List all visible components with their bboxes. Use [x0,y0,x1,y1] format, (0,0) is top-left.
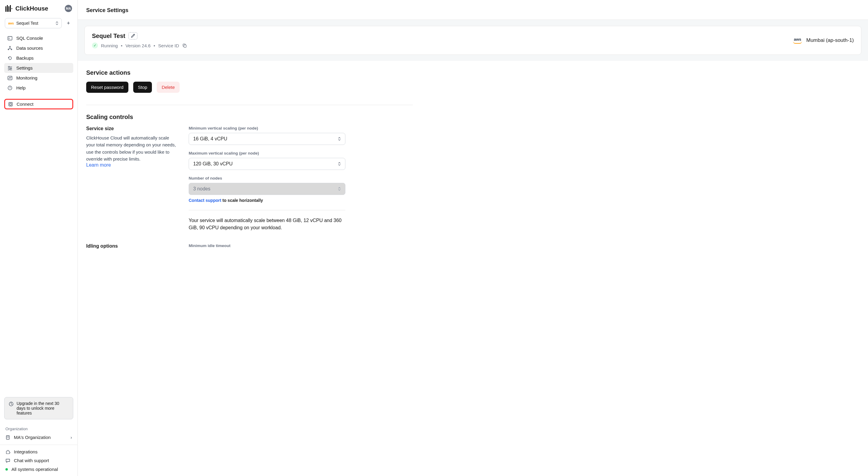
chart-icon [7,76,13,80]
max-scaling-label: Maximum vertical scaling (per node) [189,151,345,155]
service-size-description: ClickHouse Cloud will automatically scal… [86,134,177,162]
upgrade-text: Upgrade in the next 30 days to unlock mo… [17,401,69,415]
sidebar-item-label: Monitoring [16,75,37,81]
delete-button[interactable]: Delete [157,82,179,93]
page-title: Service Settings [78,0,868,20]
clickhouse-logo-icon [5,5,12,12]
sidebar: ClickHouse MA aws Sequel Test + SQL Cons… [0,0,78,476]
sidebar-item-label: Settings [16,65,33,70]
building-icon [5,435,10,440]
service-hero-card: Sequel Test ✓ Running • Version 24.6 • S… [84,26,861,55]
svg-point-5 [8,66,10,67]
svg-rect-13 [9,102,12,106]
brand-name: ClickHouse [16,5,48,12]
sliders-icon [7,66,13,70]
nodes-select: 3 nodes [189,183,345,195]
sidebar-nav: SQL Console Data sources Backups Setting… [0,33,78,93]
auto-scale-note: Your service will automatically scale be… [189,210,345,231]
edit-name-button[interactable] [128,32,137,39]
status-dot-icon [5,468,8,471]
avatar[interactable]: MA [65,5,72,12]
reset-password-button[interactable]: Reset password [86,82,128,93]
sidebar-item-help[interactable]: ? Help [4,83,73,93]
scaling-heading: Scaling controls [86,114,413,121]
sidebar-item-label: Data sources [16,45,43,51]
service-selector[interactable]: aws Sequel Test [5,18,62,28]
svg-rect-22 [184,45,186,47]
sidebar-item-data-sources[interactable]: Data sources [4,43,73,53]
sidebar-item-label: Help [16,85,26,90]
pencil-icon [131,34,135,38]
svg-point-1 [10,46,10,47]
service-id-label: Service ID [158,43,179,48]
chat-label: Chat with support [14,458,49,463]
svg-rect-16 [6,436,9,439]
svg-rect-14 [10,103,11,105]
sidebar-item-settings[interactable]: Settings [4,63,73,73]
chevron-up-down-icon [56,21,59,25]
service-status: Running [101,43,118,48]
sidebar-item-status[interactable]: All systems operational [5,467,72,472]
organization-row[interactable]: MA's Organization › [5,435,72,440]
sidebar-item-label: Backups [16,56,34,61]
sidebar-item-monitoring[interactable]: Monitoring [4,73,73,83]
service-region: Mumbai (ap-south-1) [806,37,854,43]
learn-more-link[interactable]: Learn more [86,162,111,167]
chat-icon [5,458,10,463]
clock-icon [9,402,13,415]
idling-heading: Idling options [86,244,177,249]
sidebar-item-integrations[interactable]: Integrations [5,449,72,454]
svg-point-9 [9,69,10,70]
sidebar-item-chat[interactable]: Chat with support [5,458,72,463]
sidebar-item-connect[interactable]: Connect [4,99,73,109]
service-actions-heading: Service actions [86,69,413,76]
max-scaling-select[interactable]: 120 GiB, 30 vCPU [189,158,345,170]
min-scaling-value: 16 GiB, 4 vCPU [193,136,227,141]
status-label: All systems operational [11,467,58,472]
divider [86,105,413,105]
chevron-up-down-icon [338,187,341,191]
min-idle-label: Minimum idle timeout [189,244,345,248]
aws-provider-icon: aws [793,37,802,44]
copy-service-id-button[interactable] [182,43,187,48]
history-icon [7,56,13,61]
aws-icon: aws [8,22,14,25]
chevron-right-icon: › [70,435,72,440]
chevron-up-down-icon [338,137,341,141]
max-scaling-value: 120 GiB, 30 vCPU [193,161,233,167]
main-content: Service Settings Sequel Test ✓ Running •… [78,0,868,476]
stop-button[interactable]: Stop [133,82,152,93]
connect-label: Connect [17,101,33,107]
min-scaling-select[interactable]: 16 GiB, 4 vCPU [189,133,345,145]
service-selector-value: Sequel Test [16,21,38,26]
sidebar-item-label: SQL Console [16,36,43,41]
contact-suffix: to scale horizontally [222,198,263,203]
service-size-heading: Service size [86,126,177,131]
chevron-up-down-icon [338,162,341,166]
nodes-icon [7,46,13,51]
min-scaling-label: Minimum vertical scaling (per node) [189,126,345,130]
status-check-icon: ✓ [92,42,98,49]
svg-rect-0 [8,36,12,40]
puzzle-icon [5,449,10,454]
nodes-value: 3 nodes [193,186,210,192]
new-service-button[interactable]: + [64,19,73,27]
service-version: Version 24.6 [125,43,150,48]
organization-heading: Organization [5,426,72,431]
nodes-label: Number of nodes [189,176,345,181]
contact-support-link[interactable]: Contact support [189,198,221,203]
sidebar-item-backups[interactable]: Backups [4,53,73,63]
copy-icon [182,43,187,48]
organization-name: MA's Organization [14,435,51,440]
service-name: Sequel Test [92,33,125,39]
upgrade-banner[interactable]: Upgrade in the next 30 days to unlock mo… [4,397,73,419]
connect-icon [8,102,13,107]
svg-text:?: ? [9,87,10,90]
sidebar-item-sql-console[interactable]: SQL Console [4,33,73,43]
terminal-icon [7,36,13,40]
question-icon: ? [7,86,13,90]
svg-point-7 [10,68,11,69]
integrations-label: Integrations [14,449,37,454]
